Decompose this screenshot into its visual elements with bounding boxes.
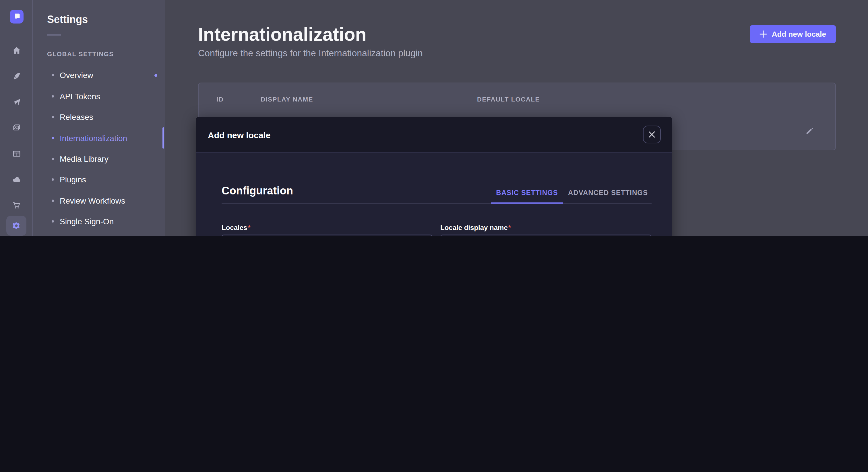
app-root: KD Settings GLOBAL SETTINGS Overview API… xyxy=(0,0,868,236)
modal-header: Add new locale xyxy=(196,117,672,153)
modal-title: Add new locale xyxy=(208,130,270,140)
locales-label: Locales* xyxy=(222,224,432,232)
tab-basic-settings[interactable]: BASIC SETTINGS xyxy=(491,181,563,204)
locales-field: Locales* French (fr) xyxy=(222,224,432,236)
add-locale-modal: Add new locale Configuration BASIC SETTI… xyxy=(196,117,672,236)
display-name-field: Locale display name* Locale will be disp… xyxy=(440,224,652,236)
close-icon[interactable] xyxy=(643,126,661,143)
tab-advanced-settings[interactable]: ADVANCED SETTINGS xyxy=(563,181,653,204)
configuration-heading: Configuration xyxy=(222,185,293,197)
display-name-input[interactable] xyxy=(440,235,652,236)
display-name-label: Locale display name* xyxy=(440,224,652,232)
active-tab-underline xyxy=(491,202,563,204)
required-asterisk: * xyxy=(248,224,250,232)
locales-select[interactable]: French (fr) xyxy=(222,235,432,236)
tabs-divider xyxy=(222,203,652,204)
required-asterisk: * xyxy=(508,224,511,232)
modal-body: Configuration BASIC SETTINGS ADVANCED SE… xyxy=(196,153,672,236)
